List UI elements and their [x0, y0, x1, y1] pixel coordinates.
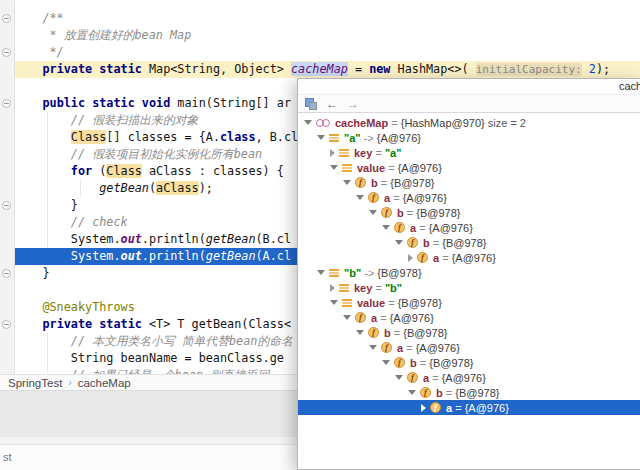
variable-name: "a" [344, 132, 361, 144]
editor-gutter[interactable] [0, 0, 15, 374]
code-token: Class [71, 130, 107, 144]
code-token: class [220, 130, 256, 144]
variable-row[interactable]: value = {A@976} [298, 160, 640, 175]
code-token: for [71, 164, 92, 178]
code-token: .println( [142, 249, 206, 263]
chevron-down-icon[interactable] [330, 165, 338, 170]
variable-row[interactable]: fa = {A@976} [298, 190, 640, 205]
variable-row[interactable]: fa = {A@976} [298, 220, 640, 235]
variable-row[interactable]: "b" -> {B@978} [298, 265, 640, 280]
view-options-icon[interactable] [305, 98, 317, 110]
chevron-down-icon[interactable] [369, 345, 377, 350]
code-token [14, 164, 71, 178]
field-icon: f [355, 312, 366, 323]
variable-row[interactable]: key = "a" [298, 145, 640, 160]
field-icon: f [420, 387, 431, 398]
fold-marker-icon[interactable] [2, 320, 11, 329]
code-line[interactable]: private static Map<String, Object> cache… [14, 61, 640, 78]
code-token: getBean [206, 232, 256, 246]
chevron-down-icon[interactable] [317, 270, 325, 275]
variable-name: b [384, 327, 391, 339]
code-token: (B.cl [256, 232, 292, 246]
code-token [14, 130, 71, 144]
code-line[interactable]: */ [14, 44, 640, 61]
variable-name: b [410, 357, 417, 369]
chevron-down-icon[interactable] [356, 330, 364, 335]
variable-row[interactable]: fb = {B@978} [298, 325, 640, 340]
chevron-down-icon[interactable] [382, 360, 390, 365]
code-line[interactable]: /** [14, 10, 640, 27]
variables-tree[interactable]: cacheMap = {HashMap@970} size = 2"a" -> … [298, 115, 640, 469]
fold-marker-icon[interactable] [2, 269, 11, 278]
variable-row[interactable]: key = "b" [298, 280, 640, 295]
popup-toolbar: ← → [298, 95, 640, 113]
variable-row[interactable]: fb = {B@978} [298, 385, 640, 400]
variable-row[interactable]: fb = {B@978} [298, 235, 640, 250]
variable-icon [316, 118, 330, 127]
navigate-forward-icon[interactable]: → [347, 98, 359, 110]
variable-row[interactable]: fb = {B@978} [298, 205, 640, 220]
debugger-inspect-popup: cacheMap ← → cacheMap = {HashMap@970} si… [297, 78, 640, 470]
chevron-down-icon[interactable] [382, 225, 390, 230]
variable-row[interactable]: fa = {A@976} [298, 340, 640, 355]
code-token [14, 62, 42, 76]
variable-name: b [423, 237, 430, 249]
code-line[interactable]: * 放置创建好的bean Map [14, 27, 640, 44]
code-token [14, 96, 42, 110]
code-token: 2 [589, 62, 596, 76]
chevron-down-icon[interactable] [356, 195, 364, 200]
popup-header[interactable]: cacheMap [298, 79, 640, 95]
fold-marker-icon[interactable] [2, 48, 11, 57]
entry-icon [339, 149, 349, 157]
variable-row[interactable]: fb = {B@978} [298, 175, 640, 190]
fold-marker-icon[interactable] [2, 14, 11, 23]
chevron-right-icon[interactable] [330, 149, 335, 157]
variable-row[interactable]: cacheMap = {HashMap@970} size = 2 [298, 115, 640, 130]
variable-name: key [354, 147, 372, 159]
variable-separator: = [416, 222, 429, 234]
variable-row[interactable]: value = {B@978} [298, 295, 640, 310]
code-token [14, 317, 42, 331]
chevron-down-icon[interactable] [408, 390, 416, 395]
fold-marker-icon[interactable] [2, 99, 11, 108]
chevron-right-icon[interactable] [421, 404, 426, 412]
variable-separator: = [378, 177, 391, 189]
chevron-right-icon[interactable] [330, 284, 335, 292]
chevron-down-icon[interactable] [304, 120, 312, 125]
variable-separator: = [452, 402, 465, 414]
code-token: <T> T getBean(Class< [142, 317, 291, 331]
chevron-down-icon[interactable] [317, 135, 325, 140]
chevron-down-icon[interactable] [330, 300, 338, 305]
navigate-back-icon[interactable]: ← [326, 98, 338, 110]
variable-value: {A@976} [465, 402, 509, 414]
variable-separator: -> [361, 267, 377, 279]
code-token: out [121, 232, 142, 246]
chevron-down-icon[interactable] [369, 210, 377, 215]
field-icon: f [430, 402, 441, 413]
chevron-down-icon[interactable] [395, 375, 403, 380]
code-token: = [348, 62, 369, 76]
variable-row[interactable]: fa = {A@976} [298, 400, 640, 415]
field-icon: f [355, 177, 366, 188]
variable-row[interactable]: "a" -> {A@976} [298, 130, 640, 145]
variable-separator: = [388, 117, 401, 129]
code-token: System. [14, 232, 121, 246]
variable-name: "b" [344, 267, 361, 279]
breadcrumb-item[interactable]: cacheMap [78, 377, 131, 389]
popup-title: cacheMap [619, 80, 640, 92]
fold-marker-icon[interactable] [2, 201, 11, 210]
field-icon: f [394, 222, 405, 233]
variable-row[interactable]: fa = {A@976} [298, 310, 640, 325]
chevron-down-icon[interactable] [395, 240, 403, 245]
chevron-right-icon[interactable] [408, 254, 413, 262]
variable-row[interactable]: fa = {A@976} [298, 370, 640, 385]
variable-row[interactable]: fb = {B@978} [298, 355, 640, 370]
code-token: getBean [99, 181, 149, 195]
code-token: } [14, 198, 78, 212]
chevron-down-icon[interactable] [343, 180, 351, 185]
variable-row[interactable]: fa = {A@976} [298, 250, 640, 265]
code-token: /** [14, 11, 64, 25]
chevron-down-icon[interactable] [343, 315, 351, 320]
variable-value: {A@976} [416, 342, 460, 354]
breadcrumb-item[interactable]: SpringTest [8, 377, 62, 389]
